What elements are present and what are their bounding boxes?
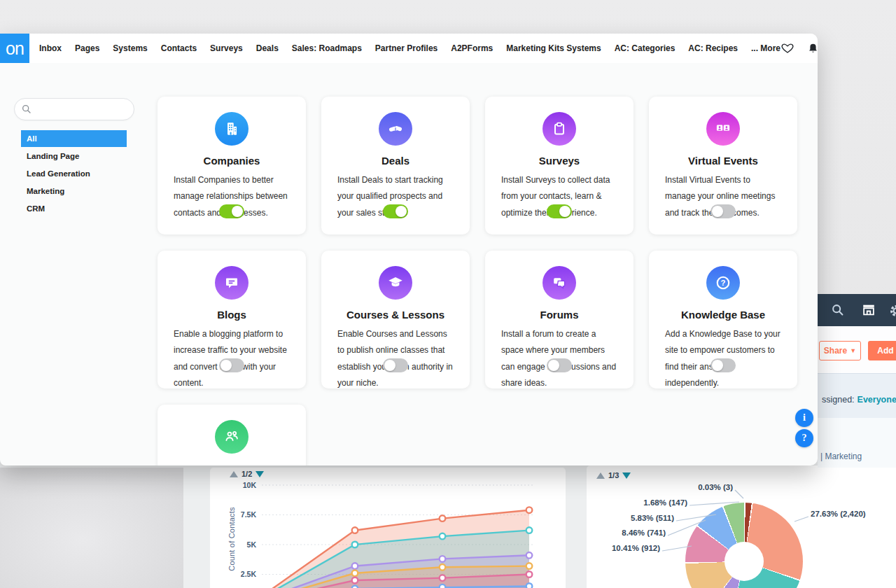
app-card-partner-center: Partner Center <box>158 405 306 465</box>
app-card-surveys: SurveysInstall Surveys to collect data f… <box>485 97 634 234</box>
svg-text:2.5K: 2.5K <box>241 570 257 578</box>
handshake-icon <box>379 112 412 146</box>
app-title: Virtual Events <box>649 155 797 167</box>
slice-label: 27.63% (2,420) <box>811 510 866 518</box>
nav-item-ac-recipes[interactable]: AC: Recipes <box>688 43 738 53</box>
clipboard-icon <box>542 112 576 146</box>
app-toggle-knowledge-base[interactable] <box>710 358 736 372</box>
page-up-icon[interactable] <box>230 471 238 477</box>
svg-text:7.5K: 7.5K <box>241 510 257 519</box>
bell-icon[interactable] <box>806 42 818 55</box>
background-dashboard: 1/2 Count of Contacts 10K7.5K5K2.5K 1/3 … <box>0 448 896 588</box>
background-widget <box>0 468 183 588</box>
sidebar-search-input[interactable] <box>36 100 130 118</box>
app-title: Surveys <box>485 155 634 167</box>
search-icon[interactable] <box>830 302 846 318</box>
toggle-knob <box>384 360 396 371</box>
apps-marketplace-window: on InboxPagesSystemsContactsSurveysDeals… <box>0 34 818 465</box>
svg-text:5K: 5K <box>247 540 257 549</box>
app-toggle-deals[interactable] <box>383 204 408 218</box>
app-card-companies: CompaniesInstall Companies to better man… <box>158 97 306 234</box>
app-toggle-virtual-events[interactable] <box>710 204 736 218</box>
navbar-icons <box>780 41 818 55</box>
filter-item-crm[interactable]: CRM <box>21 200 127 217</box>
toggle-knob <box>548 360 559 371</box>
label-leader-lines <box>587 465 896 588</box>
top-navbar: on InboxPagesSystemsContactsSurveysDeals… <box>0 34 818 63</box>
report-context-label: | Marketing <box>820 451 862 461</box>
graduation-cap-icon <box>379 266 412 300</box>
app-card-virtual-events: Virtual EventsInstall Virtual Events to … <box>649 97 797 234</box>
toggle-knob <box>220 360 232 371</box>
app-title: Forums <box>485 309 634 321</box>
nav-item-marketing-kits-systems[interactable]: Marketing Kits Systems <box>506 43 601 53</box>
chat-bubbles-icon <box>542 266 576 300</box>
app-card-forums: ForumsInstall a forum to create a space … <box>485 251 634 388</box>
filter-item-all[interactable]: All <box>21 130 127 147</box>
toggle-knob <box>396 206 407 217</box>
nav-item-sales-roadmaps[interactable]: Sales: Roadmaps <box>292 43 362 53</box>
filter-item-marketing[interactable]: Marketing <box>21 183 127 200</box>
app-card-deals: DealsInstall Deals to start tracking you… <box>321 97 470 234</box>
share-button[interactable]: Share ▼ <box>819 341 861 360</box>
app-title: Companies <box>158 155 306 167</box>
page-indicator: 1/2 <box>241 470 252 478</box>
background-app-topbar <box>818 294 896 326</box>
nav-item-a2pforms[interactable]: A2PForms <box>451 43 493 53</box>
nav-item-inbox[interactable]: Inbox <box>39 43 62 53</box>
app-card-blogs: BlogsEnable a blogging platform to incre… <box>158 251 306 388</box>
line-chart: 10K7.5K5K2.5K <box>210 468 566 588</box>
nav-item-surveys[interactable]: Surveys <box>210 43 243 53</box>
app-title: Knowledge Base <box>649 309 797 321</box>
nav-item-more[interactable]: ... More <box>751 43 780 53</box>
chart-pagination: 1/2 <box>230 470 264 478</box>
apps-grid: CompaniesInstall Companies to better man… <box>158 63 797 465</box>
navbar-menu: InboxPagesSystemsContactsSurveysDealsSal… <box>39 43 780 53</box>
question-button[interactable]: ? <box>795 429 813 447</box>
app-toggle-blogs[interactable] <box>219 358 244 372</box>
app-toggle-courses-lessons[interactable] <box>383 358 408 372</box>
app-toggle-companies[interactable] <box>219 204 244 218</box>
y-axis-label: Count of Contacts <box>227 486 236 588</box>
toggle-knob <box>559 206 570 217</box>
slice-label: 5.83% (511) <box>631 514 674 522</box>
heart-icon[interactable] <box>780 41 794 55</box>
nav-item-pages[interactable]: Pages <box>75 43 99 53</box>
svg-text:?: ? <box>721 279 726 287</box>
settings-gear-icon[interactable] <box>888 302 896 319</box>
assigned-value[interactable]: Everyone <box>858 395 896 405</box>
filter-item-landing-page[interactable]: Landing Page <box>21 148 127 164</box>
category-filter-list: AllLanding PageLead GenerationMarketingC… <box>21 130 127 218</box>
nav-item-deals[interactable]: Deals <box>256 43 279 53</box>
slice-label: 1.68% (147) <box>643 498 687 507</box>
sidebar: AllLanding PageLead GenerationMarketingC… <box>0 63 158 465</box>
nav-item-systems[interactable]: Systems <box>113 43 147 53</box>
marketplace-icon[interactable] <box>861 302 876 318</box>
slice-label: 10.41% (912) <box>612 544 660 552</box>
blog-bubble-icon <box>215 266 248 300</box>
assigned-label: ssigned: <box>822 395 855 405</box>
app-title: Blogs <box>158 309 306 321</box>
sidebar-search <box>14 98 134 120</box>
help-buttons: i ? <box>795 409 813 447</box>
app-title: Deals <box>321 155 470 167</box>
add-button[interactable]: Add <box>868 341 896 360</box>
app-logo[interactable]: on <box>0 34 29 63</box>
badge-people-icon <box>706 112 740 146</box>
report-context-section: | Marketing <box>818 418 896 468</box>
info-button[interactable]: i <box>795 409 813 427</box>
partners-icon <box>215 420 248 454</box>
search-icon <box>21 104 32 115</box>
background-app-actions: Share ▼ Add <box>818 326 896 373</box>
filter-item-lead-generation[interactable]: Lead Generation <box>21 165 127 182</box>
background-app-right-edge: Share ▼ Add ssigned:Everyone | Marketing <box>818 63 896 468</box>
nav-item-ac-categories[interactable]: AC: Categories <box>615 43 676 53</box>
nav-item-partner-profiles[interactable]: Partner Profiles <box>375 43 438 53</box>
app-card-knowledge-base: ?Knowledge BaseAdd a Knowledge Base to y… <box>649 251 797 388</box>
app-toggle-forums[interactable] <box>547 358 572 372</box>
page-down-icon[interactable] <box>255 471 264 477</box>
toggle-knob <box>712 206 723 217</box>
app-toggle-surveys[interactable] <box>547 204 572 218</box>
nav-item-contacts[interactable]: Contacts <box>161 43 197 53</box>
assigned-section: ssigned:Everyone <box>818 373 896 419</box>
